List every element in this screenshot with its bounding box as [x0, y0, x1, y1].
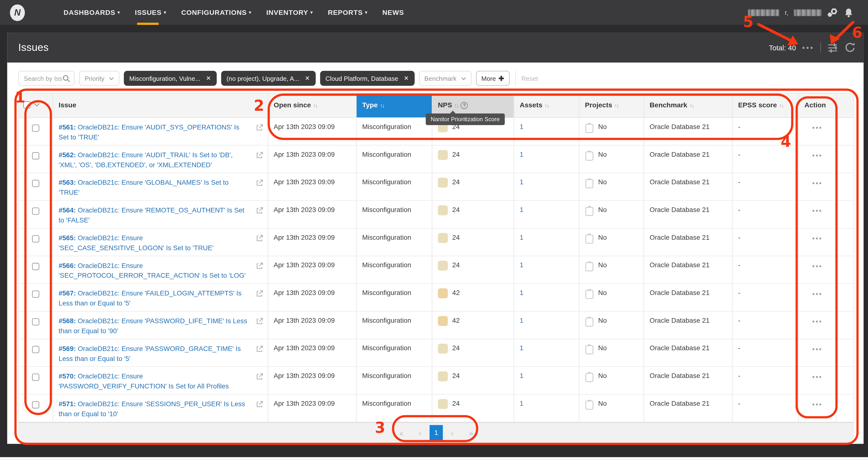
external-link-icon[interactable]: [256, 124, 263, 133]
assets-count-link[interactable]: 1: [520, 206, 523, 214]
sort-active-icon[interactable]: ↑↓: [380, 103, 384, 109]
external-link-icon[interactable]: [256, 290, 263, 299]
issue-link[interactable]: #566: OracleDB21c: Ensure 'SEC_PROTOCOL_…: [59, 261, 248, 281]
column-header-epss[interactable]: EPSS score↑↓: [733, 93, 799, 117]
benchmark-filter[interactable]: Benchmark: [419, 71, 471, 86]
search-input[interactable]: [19, 71, 62, 85]
nav-item[interactable]: CONFIGURATIONS ▾: [181, 0, 251, 25]
row-actions-button[interactable]: •••: [805, 152, 831, 160]
row-checkbox[interactable]: [32, 291, 39, 298]
row-actions-button[interactable]: •••: [805, 235, 831, 242]
assets-count-link[interactable]: 1: [520, 234, 523, 241]
row-checkbox[interactable]: [32, 235, 39, 242]
sort-icon[interactable]: ↑↓: [689, 103, 694, 109]
assets-count-link[interactable]: 1: [520, 344, 523, 352]
assets-count-link[interactable]: 1: [520, 289, 523, 297]
sort-icon[interactable]: ↑↓: [313, 103, 317, 109]
column-header-issue[interactable]: Issue: [53, 93, 268, 117]
external-link-icon[interactable]: [256, 401, 263, 409]
row-actions-button[interactable]: •••: [805, 373, 831, 381]
remove-chip-icon[interactable]: ✕: [404, 75, 409, 82]
nav-item[interactable]: INVENTORY ▾: [266, 0, 313, 25]
row-checkbox[interactable]: [32, 318, 39, 325]
next-page-button[interactable]: ›: [443, 429, 462, 437]
issue-link[interactable]: #571: OracleDB21c: Ensure 'SESSIONS_PER_…: [59, 400, 248, 419]
priority-filter[interactable]: Priority: [79, 71, 119, 86]
assets-count-link[interactable]: 1: [520, 317, 523, 324]
row-actions-button[interactable]: •••: [805, 262, 831, 270]
row-checkbox[interactable]: [32, 346, 39, 353]
column-header-projects[interactable]: Projects↑↓: [579, 93, 644, 117]
row-checkbox[interactable]: [32, 180, 39, 187]
refresh-button[interactable]: [844, 42, 856, 54]
row-checkbox[interactable]: [32, 401, 39, 409]
issue-link[interactable]: #567: OracleDB21c: Ensure 'FAILED_LOGIN_…: [59, 289, 248, 308]
row-checkbox[interactable]: [32, 374, 39, 381]
assets-count-link[interactable]: 1: [520, 178, 523, 186]
column-header-type[interactable]: Type↑↓: [357, 93, 433, 117]
external-link-icon[interactable]: [256, 152, 263, 161]
previous-page-button[interactable]: ‹: [411, 429, 430, 437]
sort-icon[interactable]: ↑↓: [454, 103, 458, 109]
nav-item[interactable]: ISSUES ▾: [135, 0, 166, 25]
row-checkbox[interactable]: [32, 125, 39, 132]
column-header-assets[interactable]: Assets↑↓: [514, 93, 579, 117]
row-actions-button[interactable]: •••: [805, 318, 831, 325]
apps-hexagon-icon[interactable]: [827, 7, 839, 18]
nav-item[interactable]: REPORTS ▾: [328, 0, 367, 25]
action-cell: •••: [799, 395, 837, 422]
issue-link[interactable]: #561: OracleDB21c: Ensure 'AUDIT_SYS_OPE…: [59, 123, 248, 142]
column-header-benchmark[interactable]: Benchmark↑↓: [644, 93, 733, 117]
more-actions-button[interactable]: •••: [802, 43, 814, 52]
sort-icon[interactable]: ↑↓: [614, 103, 619, 109]
assets-count-link[interactable]: 1: [520, 151, 523, 159]
issue-link[interactable]: #569: OracleDB21c: Ensure 'PASSWORD_GRAC…: [59, 344, 248, 364]
sort-icon[interactable]: ↑↓: [779, 103, 783, 109]
select-all-checkbox[interactable]: [23, 101, 31, 109]
nps-help-icon[interactable]: ?: [461, 102, 468, 109]
external-link-icon[interactable]: [256, 207, 263, 215]
row-actions-button[interactable]: •••: [805, 179, 831, 187]
issue-link[interactable]: #570: OracleDB21c: Ensure 'PASSWORD_VERI…: [59, 372, 248, 391]
assets-count-link[interactable]: 1: [520, 261, 523, 269]
row-checkbox[interactable]: [32, 263, 39, 270]
issue-link[interactable]: #565: OracleDB21c: Ensure 'SEC_CASE_SENS…: [59, 234, 248, 253]
issue-link[interactable]: #568: OracleDB21c: Ensure 'PASSWORD_LIFE…: [59, 317, 248, 336]
issue-link[interactable]: #564: OracleDB21c: Ensure 'REMOTE_OS_AUT…: [59, 206, 248, 225]
column-header-open-since[interactable]: Open since↑↓: [268, 93, 357, 117]
column-settings-button[interactable]: [827, 42, 838, 53]
issue-title: OracleDB21c: Ensure 'SEC_PROTOCOL_ERROR_…: [59, 262, 246, 280]
row-actions-button[interactable]: •••: [805, 401, 831, 408]
row-checkbox[interactable]: [32, 152, 39, 160]
nanitor-logo[interactable]: N: [10, 4, 25, 21]
remove-chip-icon[interactable]: ✕: [305, 75, 310, 82]
more-filters-button[interactable]: More ✚: [476, 71, 509, 86]
assets-count-link[interactable]: 1: [520, 123, 523, 131]
row-actions-button[interactable]: •••: [805, 207, 831, 215]
external-link-icon[interactable]: [256, 318, 263, 326]
sort-icon[interactable]: ↑↓: [545, 103, 549, 109]
nav-item[interactable]: DASHBOARDS ▾: [63, 0, 120, 25]
assets-count-link[interactable]: 1: [520, 372, 523, 380]
row-actions-button[interactable]: •••: [805, 124, 831, 132]
reset-filters-button[interactable]: Reset: [521, 75, 538, 82]
external-link-icon[interactable]: [256, 373, 263, 382]
external-link-icon[interactable]: [256, 345, 263, 354]
projects-value: No: [598, 178, 607, 186]
nav-item[interactable]: NEWS ▾: [382, 0, 404, 25]
last-page-button[interactable]: »: [462, 429, 480, 437]
remove-chip-icon[interactable]: ✕: [206, 75, 211, 82]
issue-link[interactable]: #562: OracleDB21c: Ensure 'AUDIT_TRAIL' …: [59, 151, 248, 170]
external-link-icon[interactable]: [256, 262, 263, 271]
first-page-button[interactable]: «: [392, 429, 411, 437]
issue-link[interactable]: #563: OracleDB21c: Ensure 'GLOBAL_NAMES'…: [59, 178, 248, 198]
row-checkbox[interactable]: [32, 208, 39, 215]
assets-count-link[interactable]: 1: [520, 400, 523, 407]
row-actions-button[interactable]: •••: [805, 345, 831, 353]
notifications-bell-icon[interactable]: [844, 7, 854, 18]
external-link-icon[interactable]: [256, 179, 263, 188]
page-1-button[interactable]: 1: [430, 425, 443, 441]
select-menu-chevron-icon[interactable]: [34, 103, 40, 107]
external-link-icon[interactable]: [256, 235, 263, 243]
row-actions-button[interactable]: •••: [805, 290, 831, 298]
